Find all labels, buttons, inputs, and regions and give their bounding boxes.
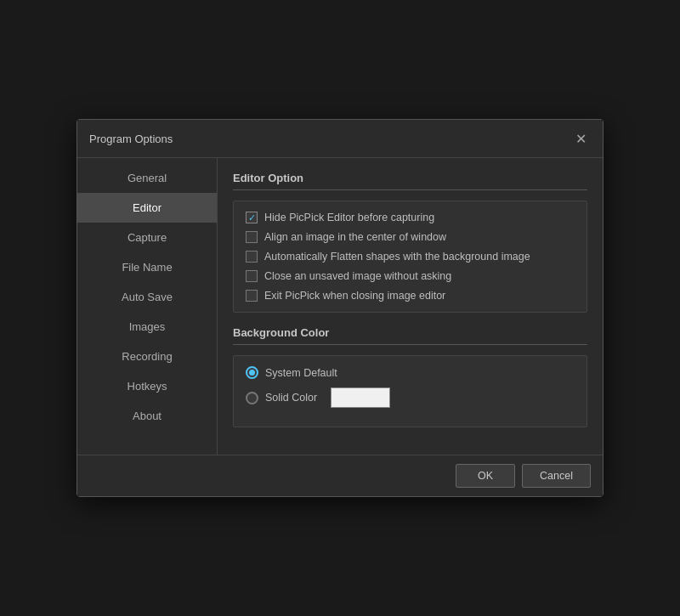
- radio-row-system-default: System Default: [246, 366, 575, 379]
- editor-option-section: Editor Option Hide PicPick Editor before…: [233, 172, 587, 313]
- radio-system-default[interactable]: [246, 366, 258, 379]
- background-color-section: Background Color System Default Solid Co…: [233, 326, 587, 427]
- checkbox-row-flatten-shapes: Automatically Flatten shapes with the ba…: [246, 251, 575, 263]
- radio-row-solid-color: Solid Color: [246, 387, 575, 408]
- close-button[interactable]: ✕: [570, 128, 591, 149]
- checkbox-row-hide-picpick: Hide PicPick Editor before capturing: [246, 212, 575, 223]
- radio-label-solid-color: Solid Color: [265, 392, 317, 404]
- editor-option-content: Hide PicPick Editor before capturing Ali…: [233, 201, 587, 313]
- editor-option-header: Editor Option: [233, 172, 587, 190]
- background-color-content: System Default Solid Color: [233, 355, 587, 427]
- sidebar-item-images[interactable]: Images: [77, 312, 217, 342]
- checkbox-hide-picpick[interactable]: [246, 212, 258, 223]
- background-color-header: Background Color: [233, 326, 587, 345]
- content-area: Editor Option Hide PicPick Editor before…: [218, 158, 603, 455]
- checkbox-row-align-image: Align an image in the center of window: [246, 231, 575, 243]
- checkbox-label-align-image: Align an image in the center of window: [264, 231, 446, 243]
- sidebar-item-about[interactable]: About: [77, 401, 217, 431]
- dialog-body: General Editor Capture File Name Auto Sa…: [77, 158, 603, 455]
- checkbox-exit-picpick[interactable]: [246, 290, 258, 302]
- checkbox-align-image[interactable]: [246, 231, 258, 243]
- checkbox-label-flatten-shapes: Automatically Flatten shapes with the ba…: [264, 251, 530, 263]
- sidebar-item-auto-save[interactable]: Auto Save: [77, 282, 217, 312]
- title-bar: Program Options ✕: [77, 120, 603, 158]
- checkbox-label-exit-picpick: Exit PicPick when closing image editor: [264, 290, 445, 302]
- dialog-title: Program Options: [89, 133, 173, 145]
- checkbox-flatten-shapes[interactable]: [246, 251, 258, 263]
- sidebar-item-hotkeys[interactable]: Hotkeys: [77, 371, 217, 401]
- checkbox-label-hide-picpick: Hide PicPick Editor before capturing: [264, 212, 434, 223]
- sidebar-item-editor[interactable]: Editor: [77, 193, 217, 223]
- checkbox-close-unsaved[interactable]: [246, 270, 258, 282]
- checkbox-row-close-unsaved: Close an unsaved image without asking: [246, 270, 575, 282]
- dialog-footer: OK Cancel: [77, 455, 603, 496]
- sidebar-item-recording[interactable]: Recording: [77, 342, 217, 371]
- sidebar-item-capture[interactable]: Capture: [77, 223, 217, 252]
- checkbox-label-close-unsaved: Close an unsaved image without asking: [264, 270, 451, 282]
- sidebar-item-general[interactable]: General: [77, 163, 217, 193]
- radio-solid-color[interactable]: [246, 392, 258, 404]
- cancel-button[interactable]: Cancel: [522, 464, 591, 488]
- sidebar-item-file-name[interactable]: File Name: [77, 252, 217, 282]
- radio-label-system-default: System Default: [265, 367, 337, 379]
- program-options-dialog: Program Options ✕ General Editor Capture…: [76, 119, 604, 497]
- color-swatch[interactable]: [331, 387, 390, 408]
- sidebar: General Editor Capture File Name Auto Sa…: [77, 158, 218, 455]
- ok-button[interactable]: OK: [456, 464, 515, 488]
- checkbox-row-exit-picpick: Exit PicPick when closing image editor: [246, 290, 575, 302]
